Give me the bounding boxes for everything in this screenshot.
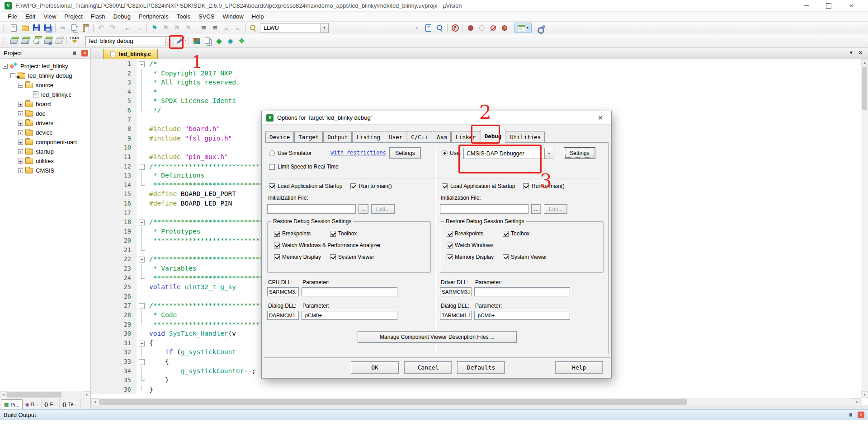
project-horizontal-scrollbar[interactable] (0, 391, 90, 398)
manage-project-items-icon[interactable]: ◆ (214, 36, 224, 46)
checkbox-system-viewer[interactable] (330, 254, 336, 260)
checkbox-memory-display[interactable] (447, 254, 453, 260)
find-symbol-icon[interactable] (434, 23, 445, 33)
init-file-input-left[interactable] (267, 204, 356, 214)
scrollbar-thumb[interactable] (7, 392, 61, 398)
build-output-content[interactable] (0, 420, 868, 426)
tree-expander-icon[interactable]: + (18, 130, 23, 135)
menu-project[interactable]: Project (60, 12, 86, 21)
comment-icon[interactable]: ≡ (221, 23, 231, 33)
back-icon[interactable]: ← (123, 23, 133, 33)
new-file-icon[interactable] (9, 23, 19, 33)
debugger-dropdown-icon[interactable] (545, 148, 553, 159)
load-app-checkbox-right[interactable] (442, 183, 448, 189)
manage-rte-icon[interactable] (191, 36, 202, 46)
tree-item-led-blinky-c[interactable]: led_blinky.c (0, 90, 90, 99)
stop-build-icon[interactable] (54, 36, 64, 46)
checkbox-watch-windows[interactable] (447, 243, 453, 248)
build-output-close-icon[interactable] (858, 412, 864, 418)
indent-icon[interactable]: ≣ (210, 23, 220, 33)
close-button[interactable] (848, 3, 854, 9)
dialog-tab-user[interactable]: User (385, 131, 406, 143)
copy-icon[interactable] (69, 23, 80, 33)
search-options-icon[interactable]: ▫ (412, 23, 422, 33)
menu-svcs[interactable]: SVCS (194, 12, 218, 21)
forward-icon[interactable]: → (134, 23, 144, 33)
tree-expander-icon[interactable]: − (3, 64, 8, 69)
menu-edit[interactable]: Edit (21, 12, 39, 21)
build-icon[interactable] (20, 36, 30, 46)
checkbox-memory-display[interactable] (274, 254, 280, 260)
dialog-dll-input-right[interactable] (440, 311, 472, 320)
redo-icon[interactable]: ↷ (107, 23, 118, 33)
toggle-bookmark-icon[interactable]: ⚑ (149, 23, 160, 33)
tree-item-component-uart[interactable]: +component-uart (0, 137, 90, 147)
cpu-dll-input[interactable] (267, 287, 299, 296)
dialog-parameter-input-left[interactable] (302, 311, 397, 320)
tree-expander-icon[interactable]: − (18, 83, 23, 88)
menu-peripherals[interactable]: Peripherals (135, 12, 173, 21)
paste-icon[interactable] (80, 23, 91, 33)
download-load-icon[interactable]: LOAD (69, 36, 80, 46)
find-next-icon[interactable] (423, 23, 434, 33)
toolbar-grip[interactable] (3, 37, 5, 45)
debugger-settings-button[interactable]: Settings (564, 147, 595, 159)
button-cancel[interactable]: Cancel (404, 361, 452, 374)
tab-templates[interactable]: {}Te... (60, 399, 80, 409)
project-windows-icon[interactable]: ▾ (514, 23, 532, 33)
next-bookmark-icon[interactable]: ⚑ (172, 23, 182, 33)
translate-icon[interactable] (9, 36, 19, 46)
scroll-up-icon[interactable] (861, 59, 868, 66)
fold-marker-icon[interactable] (137, 254, 146, 264)
menu-tools[interactable]: Tools (173, 12, 194, 21)
toolbar-grip[interactable] (3, 24, 5, 32)
tree-expander-icon[interactable]: − (10, 73, 15, 78)
dialog-tab-c-c[interactable]: C/C++ (407, 131, 432, 143)
tree-item-doc[interactable]: +doc (0, 109, 90, 118)
fold-marker-icon[interactable] (137, 338, 146, 348)
button-defaults[interactable]: Defaults (457, 361, 505, 374)
start-stop-debug-icon[interactable] (450, 23, 460, 33)
checkbox-system-viewer[interactable] (503, 254, 509, 260)
fold-marker-icon[interactable] (137, 217, 146, 227)
scroll-right-icon[interactable] (854, 398, 861, 405)
software-packs-icon[interactable]: ❖ (236, 36, 247, 46)
checkbox-breakpoints[interactable] (274, 231, 280, 237)
menu-view[interactable]: View (39, 12, 60, 21)
tree-expander-icon[interactable]: + (18, 111, 23, 116)
tree-item-startup[interactable]: +startup (0, 147, 90, 156)
menu-help[interactable]: Help (248, 12, 268, 21)
dialog-tab-target[interactable]: Target (294, 131, 323, 143)
tree-expander-icon[interactable]: + (18, 168, 23, 173)
project-panel-close-icon[interactable] (81, 50, 88, 56)
uncomment-icon[interactable]: ≡ (232, 23, 243, 33)
open-file-icon[interactable] (20, 23, 30, 33)
editor-tab-led-blinky[interactable]: led_blinky.c (103, 49, 158, 59)
menu-file[interactable]: File (4, 12, 21, 21)
tree-item-source[interactable]: −source (0, 80, 90, 90)
undo-icon[interactable]: ↶ (96, 23, 106, 33)
dialog-dll-input-left[interactable] (267, 311, 299, 320)
browse-button-right[interactable]: ... (531, 204, 541, 214)
search-combo[interactable]: LLWU (260, 23, 329, 33)
scrollbar-thumb[interactable] (862, 67, 867, 110)
menu-window[interactable]: Window (218, 12, 247, 21)
use-simulator-radio[interactable] (269, 150, 275, 156)
tree-item-project-led-blinky[interactable]: −Project: led_blinky (0, 61, 90, 71)
menu-debug[interactable]: Debug (109, 12, 135, 21)
dialog-close-icon[interactable] (598, 114, 607, 122)
insert-breakpoint-icon[interactable] (465, 23, 476, 33)
minimize-button[interactable] (803, 3, 809, 9)
dialog-tab-utilities[interactable]: Utilities (506, 131, 545, 143)
enable-breakpoint-icon[interactable] (476, 23, 487, 33)
search-combo-dropdown-icon[interactable] (320, 23, 328, 33)
fold-marker-icon[interactable] (137, 162, 146, 171)
edit-button-right[interactable]: Edit... (544, 204, 567, 214)
driver-parameter-input[interactable] (474, 287, 570, 296)
limit-speed-checkbox[interactable] (269, 164, 275, 170)
dialog-tab-asm[interactable]: Asm (433, 131, 451, 143)
simulator-settings-button[interactable]: Settings (389, 147, 421, 159)
save-all-icon[interactable] (42, 23, 53, 33)
dialog-titlebar[interactable]: Options for Target 'led_blinky debug' (262, 111, 611, 125)
tree-item-led-blinky-debug[interactable]: −led_blinky debug (0, 71, 90, 80)
